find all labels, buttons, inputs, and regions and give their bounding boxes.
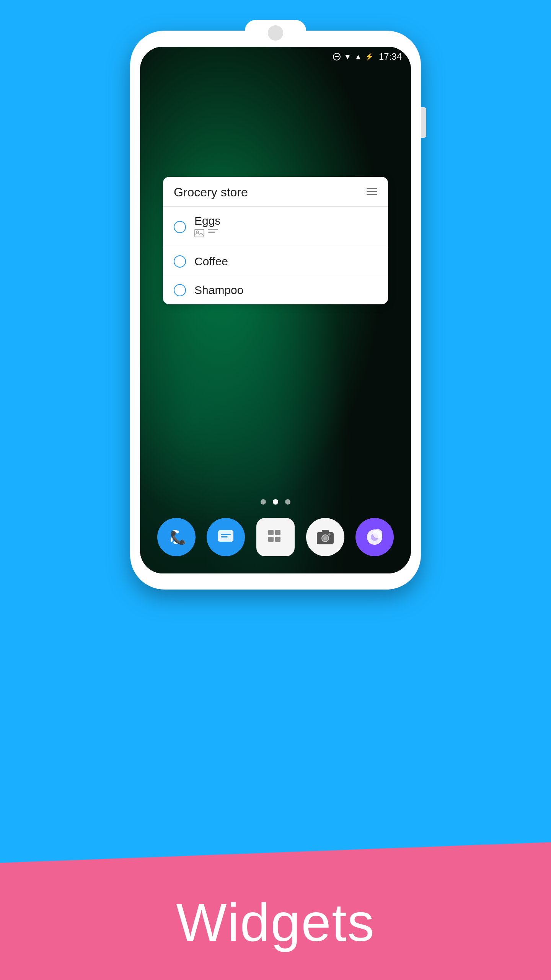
- dock-icon-phone[interactable]: 📞: [157, 518, 196, 556]
- dock-icon-camera[interactable]: [306, 518, 344, 556]
- item-text-eggs: Eggs: [194, 214, 220, 227]
- widget-header: Grocery store: [163, 177, 388, 207]
- list-item[interactable]: Coffee: [163, 247, 388, 276]
- dock-icon-apps[interactable]: [256, 518, 295, 556]
- svg-point-18: [323, 536, 327, 540]
- signal-icon: ▲: [354, 52, 362, 61]
- widget-title: Grocery store: [174, 185, 248, 199]
- svg-rect-6: [208, 232, 215, 233]
- svg-rect-9: [221, 534, 231, 535]
- svg-rect-3: [195, 229, 204, 237]
- phone-screen: ▼ ▲ ⚡ 17:34 Grocery store: [140, 47, 411, 573]
- messages-icon: [216, 527, 236, 547]
- list-item[interactable]: Eggs: [163, 207, 388, 247]
- eggs-sub-icons: [194, 229, 220, 239]
- svg-rect-5: [208, 229, 218, 230]
- svg-point-22: [373, 529, 382, 538]
- wifi-icon: ▼: [344, 52, 351, 61]
- svg-rect-1: [367, 191, 377, 192]
- svg-rect-16: [322, 530, 329, 533]
- checkbox-eggs[interactable]: [174, 221, 186, 233]
- dock-icon-messages[interactable]: [207, 518, 245, 556]
- wallpaper: [140, 47, 411, 573]
- status-icons: ▼ ▲ ⚡ 17:34: [333, 51, 402, 62]
- page-dot-1[interactable]: [261, 499, 266, 505]
- grocery-widget: Grocery store Eggs: [163, 177, 388, 304]
- svg-rect-8: [218, 530, 233, 542]
- battery-icon: ⚡: [365, 52, 373, 61]
- apps-grid-icon: [265, 527, 286, 547]
- eggs-content: Eggs: [194, 214, 220, 239]
- page-dots: [261, 499, 290, 505]
- svg-rect-13: [268, 537, 274, 542]
- phone-shell: ▼ ▲ ⚡ 17:34 Grocery store: [130, 31, 421, 590]
- status-time: 17:34: [379, 51, 402, 62]
- svg-text:📞: 📞: [170, 530, 186, 546]
- browser-icon: [364, 527, 385, 547]
- svg-rect-12: [275, 530, 280, 535]
- item-text-coffee: Coffee: [194, 255, 228, 268]
- dock-icon-browser[interactable]: [355, 518, 394, 556]
- status-bar: ▼ ▲ ⚡ 17:34: [140, 47, 411, 67]
- page-dot-3[interactable]: [285, 499, 290, 505]
- item-text-shampoo: Shampoo: [194, 284, 243, 297]
- svg-rect-11: [268, 530, 274, 535]
- list-item[interactable]: Shampoo: [163, 276, 388, 304]
- page-dot-2[interactable]: [273, 499, 278, 505]
- dock: 📞: [152, 512, 399, 562]
- banner-text: Widgets: [176, 892, 375, 954]
- lines-icon: [208, 229, 218, 239]
- front-camera: [268, 25, 283, 41]
- checkbox-coffee[interactable]: [174, 255, 186, 268]
- checkbox-shampoo[interactable]: [174, 284, 186, 296]
- do-not-disturb-icon: [333, 53, 341, 60]
- svg-rect-0: [367, 188, 377, 189]
- svg-point-19: [328, 533, 331, 536]
- image-icon: [194, 229, 204, 239]
- svg-rect-14: [275, 537, 280, 542]
- phone-icon: 📞: [167, 528, 186, 547]
- list-icon: [367, 188, 377, 196]
- svg-rect-10: [221, 536, 228, 537]
- svg-rect-2: [367, 194, 377, 195]
- bottom-banner: Widgets: [0, 842, 551, 980]
- camera-icon: [315, 527, 336, 547]
- widget-menu-icon[interactable]: [367, 186, 377, 198]
